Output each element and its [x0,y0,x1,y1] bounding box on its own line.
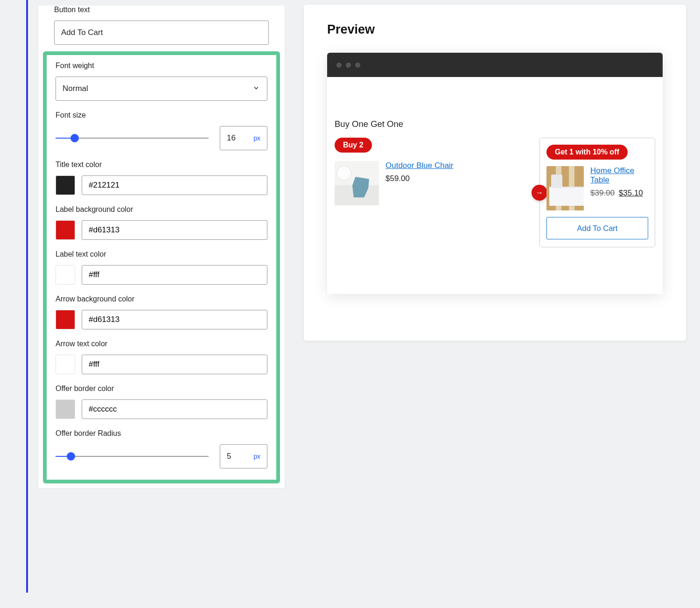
font-size-label: Font size [56,111,267,119]
add-to-cart-button[interactable]: Add To Cart [546,217,648,239]
offer-border-input[interactable] [82,399,267,419]
buy-product-link[interactable]: Outdoor Blue Chair [385,161,454,170]
arrow-text-label: Arrow text color [56,340,267,348]
title-color-input[interactable] [82,175,267,195]
browser-mock: Buy One Get One Buy 2 Outdoor Blue Chair… [327,53,663,294]
button-text-input[interactable] [54,21,269,45]
style-highlight-box: Font weight Font size 16 [43,51,280,483]
font-weight-label: Font weight [56,62,267,70]
offer-border-label: Offer border color [56,384,267,393]
buy-side: Buy 2 Outdoor Blue Chair $59.00 [335,138,539,205]
offer-radius-unit: px [253,453,260,460]
buy-product-price: $59.00 [385,174,454,183]
bogo-title: Buy One Get One [335,119,655,129]
arrow-text-input[interactable] [82,355,267,374]
buy-badge: Buy 2 [335,138,372,153]
font-size-unit: px [253,134,260,142]
font-size-value: 16 [227,133,236,143]
label-text-label: Label text color [56,250,267,259]
window-dot [355,63,360,68]
get-badge: Get 1 with 10% off [546,145,628,160]
title-color-label: Title text color [56,161,267,169]
get-product-image [546,166,584,210]
label-text-swatch[interactable] [56,265,75,285]
arrow-bg-swatch[interactable] [56,310,75,329]
button-text-label: Button text [54,6,269,14]
preview-card: Preview Buy One Get One Buy 2 [304,5,686,341]
arrow-text-swatch[interactable] [56,355,75,374]
offer-radius-value: 5 [227,452,231,461]
buy-product-image [335,161,379,205]
label-bg-swatch[interactable] [56,220,75,240]
browser-titlebar [327,53,663,77]
preview-heading: Preview [327,22,663,37]
arrow-bg-input[interactable] [82,310,267,329]
arrow-bg-label: Arrow background color [56,295,267,303]
label-bg-label: Label background color [56,205,267,214]
offer-box: → Get 1 with 10% off Home Office Table $… [539,138,655,247]
font-size-slider[interactable] [56,133,209,144]
arrow-right-icon: → [532,185,547,201]
offer-radius-slider[interactable] [56,451,209,462]
title-color-swatch[interactable] [56,175,75,195]
label-text-input[interactable] [82,265,267,285]
label-bg-input[interactable] [82,220,267,240]
get-original-price: $39.00 [590,189,615,197]
offer-radius-label: Offer border Radius [56,429,267,438]
get-sale-price: $35.10 [619,189,643,197]
settings-panel: Button text Font weight Font size [38,6,285,489]
font-weight-select[interactable] [56,77,267,101]
window-dot [346,63,351,68]
get-product-link[interactable]: Home Office Table [590,166,634,184]
window-dot [336,63,342,68]
offer-border-swatch[interactable] [56,399,75,419]
